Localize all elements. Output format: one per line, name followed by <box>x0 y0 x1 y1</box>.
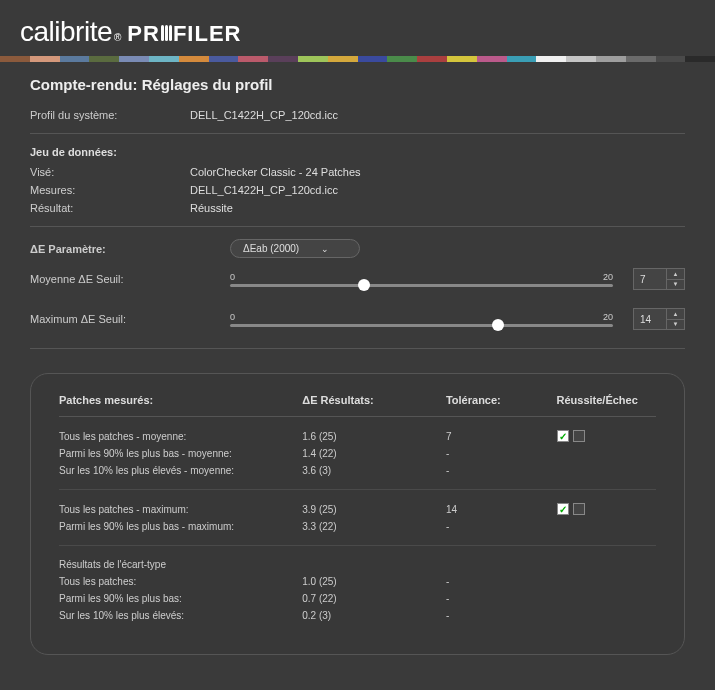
max-threshold-label: Maximum ΔE Seuil: <box>30 313 210 325</box>
results-group-max: Tous les patches - maximum: 3.9 (25) 14 … <box>59 490 656 546</box>
spinner-down-icon[interactable]: ▼ <box>667 320 684 330</box>
logo-brand: calibrite <box>20 16 112 48</box>
avg-threshold-spinner: ▲ ▼ <box>633 268 685 290</box>
table-row: Sur les 10% les plus élevés: 0.2 (3) - <box>59 607 656 624</box>
max-threshold-row: Maximum ΔE Seuil: 0 20 ▲ ▼ <box>30 308 685 330</box>
max-threshold-slider[interactable]: 0 20 <box>230 312 613 327</box>
table-row: Tous les patches - maximum: 3.9 (25) 14 … <box>59 500 656 518</box>
avg-threshold-label: Moyenne ΔE Seuil: <box>30 273 210 285</box>
result-row: Résultat: Réussite <box>30 202 685 214</box>
spinner-up-icon[interactable]: ▲ <box>667 309 684 320</box>
divider <box>30 226 685 227</box>
page-title: Compte-rendu: Réglages du profil <box>30 76 685 93</box>
fail-checkbox[interactable] <box>573 503 585 515</box>
de-param-select-value: ΔEab (2000) <box>243 243 299 254</box>
table-row: Parmi les 90% les plus bas: 0.7 (22) - <box>59 590 656 607</box>
max-threshold-input[interactable] <box>634 309 666 329</box>
color-strip <box>0 56 715 62</box>
spinner-down-icon[interactable]: ▼ <box>667 280 684 290</box>
system-profile-row: Profil du système: DELL_C1422H_CP_120cd.… <box>30 109 685 121</box>
spinner-up-icon[interactable]: ▲ <box>667 269 684 280</box>
slider-thumb[interactable] <box>358 279 370 291</box>
target-row: Visé: ColorChecker Classic - 24 Patches <box>30 166 685 178</box>
de-param-label: ΔE Paramètre: <box>30 243 230 255</box>
slider-thumb[interactable] <box>492 319 504 331</box>
table-row: Tous les patches - moyenne: 1.6 (25) 7 ✓ <box>59 427 656 445</box>
header-patches: Patches mesurés: <box>59 394 302 406</box>
system-profile-label: Profil du système: <box>30 109 190 121</box>
results-group-avg: Tous les patches - moyenne: 1.6 (25) 7 ✓… <box>59 417 656 490</box>
measures-row: Mesures: DELL_C1422H_CP_120cd.icc <box>30 184 685 196</box>
table-row: Parmi les 90% les plus bas - moyenne: 1.… <box>59 445 656 462</box>
logo-bars-icon <box>161 25 172 41</box>
logo-product: PRFILER <box>127 21 241 47</box>
divider <box>30 133 685 134</box>
content: Compte-rendu: Réglages du profil Profil … <box>0 62 715 669</box>
divider <box>30 348 685 349</box>
chevron-down-icon: ⌄ <box>321 244 329 254</box>
results-group-std: Résultats de l'écart-type Tous les patch… <box>59 546 656 634</box>
header: calibrite® PRFILER <box>0 0 715 56</box>
de-param-select[interactable]: ΔEab (2000) ⌄ <box>230 239 360 258</box>
header-pf: Réussite/Échec <box>557 394 657 406</box>
avg-threshold-row: Moyenne ΔE Seuil: 0 20 ▲ ▼ <box>30 268 685 290</box>
system-profile-value: DELL_C1422H_CP_120cd.icc <box>190 109 338 121</box>
group-heading: Résultats de l'écart-type <box>59 556 656 573</box>
pass-checkbox[interactable]: ✓ <box>557 503 569 515</box>
avg-threshold-slider[interactable]: 0 20 <box>230 272 613 287</box>
header-de: ΔE Résultats: <box>302 394 446 406</box>
results-box: Patches mesurés: ΔE Résultats: Tolérance… <box>30 373 685 655</box>
results-header: Patches mesurés: ΔE Résultats: Tolérance… <box>59 394 656 417</box>
avg-threshold-input[interactable] <box>634 269 666 289</box>
registered-mark: ® <box>114 32 121 43</box>
dataset-section-label: Jeu de données: <box>30 146 685 158</box>
pass-checkbox[interactable]: ✓ <box>557 430 569 442</box>
fail-checkbox[interactable] <box>573 430 585 442</box>
table-row: Tous les patches: 1.0 (25) - <box>59 573 656 590</box>
header-tol: Tolérance: <box>446 394 557 406</box>
table-row: Sur les 10% les plus élevés - moyenne: 3… <box>59 462 656 479</box>
logo: calibrite® PRFILER <box>20 16 695 48</box>
max-threshold-spinner: ▲ ▼ <box>633 308 685 330</box>
de-param-row: ΔE Paramètre: ΔEab (2000) ⌄ <box>30 239 685 258</box>
table-row: Parmi les 90% les plus bas - maximum: 3.… <box>59 518 656 535</box>
